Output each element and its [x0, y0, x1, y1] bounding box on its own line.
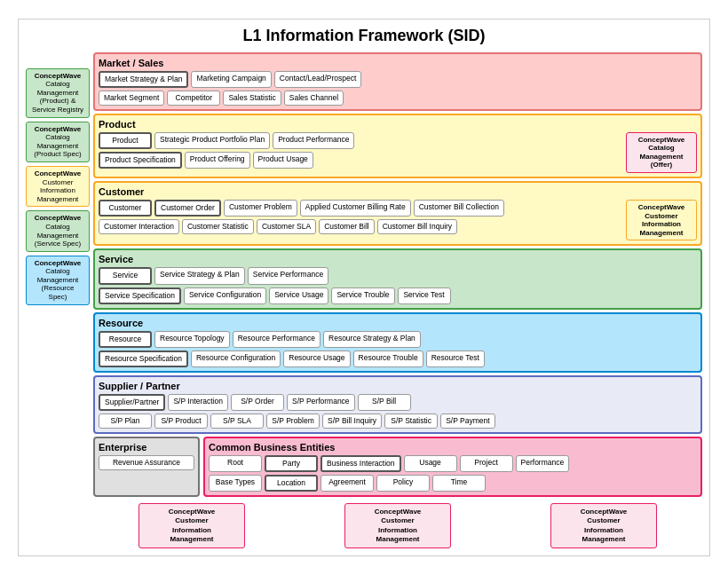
cell-bill-collection: Customer Bill Collection: [414, 200, 504, 217]
common-row-1: Root Party Business Interaction Usage Pr…: [209, 455, 697, 472]
cell-root: Root: [209, 455, 262, 472]
cw-product-offer: ConceptWaveCatalogManagement(Offer): [626, 132, 697, 173]
cell-service-performance: Service Performance: [248, 267, 328, 284]
left-label-1: ConceptWaveCatalogManagement(Product) &S…: [26, 68, 90, 118]
cell-applied-billing: Applied Customer Billing Rate: [300, 200, 411, 217]
cell-customer-problem: Customer Problem: [224, 200, 297, 217]
enterprise-section: Enterprise Revenue Assurance: [93, 437, 200, 497]
cell-base-types: Base Types: [209, 475, 262, 492]
service-row-2: Service Specification Service Configurat…: [99, 288, 697, 304]
cell-customer-order: Customer Order: [154, 200, 221, 217]
cell-service-usage: Service Usage: [269, 288, 328, 304]
cell-sp-sla: S/P SLA: [210, 414, 264, 429]
cell-market-segment: Market Segment: [99, 91, 164, 106]
customer-row-1: Customer Customer Order Customer Problem…: [99, 200, 622, 217]
cell-project: Project: [460, 455, 513, 472]
cell-service-spec: Service Specification: [99, 288, 181, 304]
cell-sp-interaction: S/P Interaction: [168, 394, 228, 411]
cell-product-usage: Product Usage: [253, 152, 313, 169]
cell-strategic-product: Strategic Product Portfolio Plan: [154, 132, 270, 149]
cell-marketing-campaign: Marketing Campaign: [191, 71, 271, 88]
cell-sales-statistic: Sales Statistic: [223, 91, 281, 106]
cell-product-offering: Product Offering: [185, 152, 250, 169]
resource-row-1: Resource Resource Topology Resource Perf…: [99, 331, 697, 348]
cw-customer-info: ConceptWaveCustomerInformationManagement: [626, 200, 697, 240]
cell-resource-spec: Resource Specification: [99, 351, 188, 367]
cell-market-strategy: Market Strategy & Plan: [99, 71, 188, 88]
cell-contact: Contact/Lead/Prospect: [274, 71, 361, 88]
resource-section: Resource Resource Resource Topology Reso…: [93, 312, 702, 373]
common-row-2: Base Types Location Agreement Policy Tim…: [209, 475, 697, 492]
cell-competitor: Competitor: [167, 91, 220, 106]
product-row-1: Product Strategic Product Portfolio Plan…: [99, 132, 622, 149]
bottom-cw-3: ConceptWaveCustomerInformationManagement: [550, 503, 657, 549]
cell-resource-usage: Resource Usage: [283, 351, 350, 367]
resource-row-2: Resource Specification Resource Configur…: [99, 351, 697, 367]
cell-resource: Resource: [99, 331, 152, 348]
cell-sp-statistic: S/P Statistic: [384, 414, 438, 429]
cell-resource-test: Resource Test: [426, 351, 485, 367]
cell-product: Product: [99, 132, 152, 149]
cell-usage: Usage: [404, 455, 457, 472]
product-row-2: Product Specification Product Offering P…: [99, 152, 622, 169]
cell-sp-product: S/P Product: [154, 414, 208, 429]
cell-customer-interaction: Customer Interaction: [99, 219, 179, 234]
cell-sp-bill-inquiry: S/P Bill Inquiry: [322, 414, 382, 429]
cell-sp-bill: S/P Bill: [358, 394, 411, 411]
cell-resource-performance: Resource Performance: [233, 331, 320, 348]
bottom-cw-2: ConceptWaveCustomerInformationManagement: [344, 503, 451, 549]
cell-sp-problem: S/P Problem: [266, 414, 320, 429]
cell-sales-channel: Sales Channel: [284, 91, 344, 106]
main-content: Market / Sales Market Strategy & Plan Ma…: [93, 52, 702, 549]
left-label-2: ConceptWaveCatalogManagement(Product Spe…: [26, 122, 90, 162]
service-row-1: Service Service Strategy & Plan Service …: [99, 267, 697, 284]
service-section: Service Service Service Strategy & Plan …: [93, 248, 702, 309]
cell-bill-inquiry: Customer Bill Inquiry: [377, 219, 457, 234]
bottom-row: Enterprise Revenue Assurance Common Busi…: [93, 437, 702, 497]
cell-sp-order: S/P Order: [231, 394, 284, 411]
supplier-section: Supplier / Partner Supplier/Partner S/P …: [93, 375, 702, 434]
cell-revenue-assurance: Revenue Assurance: [99, 455, 194, 470]
cell-service-config: Service Configuration: [184, 288, 266, 304]
customer-title: Customer: [99, 186, 697, 197]
common-section: Common Business Entities Root Party Busi…: [203, 437, 702, 497]
cell-product-performance: Product Performance: [273, 132, 354, 149]
cell-service-strategy: Service Strategy & Plan: [154, 267, 245, 284]
bottom-cw-1: ConceptWaveCustomerInformationManagement: [138, 503, 245, 549]
supplier-title: Supplier / Partner: [99, 381, 697, 391]
cell-sp-performance: S/P Performance: [287, 394, 355, 411]
market-row-2: Market Segment Competitor Sales Statisti…: [99, 91, 697, 106]
product-title: Product: [99, 119, 697, 130]
cell-sp-plan: S/P Plan: [99, 414, 152, 429]
cell-product-spec: Product Specification: [99, 152, 182, 169]
left-labels-column: ConceptWaveCatalogManagement(Product) &S…: [26, 52, 90, 549]
resource-title: Resource: [99, 318, 697, 328]
supplier-row-2: S/P Plan S/P Product S/P SLA S/P Problem…: [99, 414, 697, 429]
bottom-cw-labels: ConceptWaveCustomerInformationManagement…: [93, 503, 702, 549]
enterprise-title: Enterprise: [99, 442, 194, 453]
page-title: L1 Information Framework (SID): [26, 27, 702, 45]
market-title: Market / Sales: [99, 58, 697, 68]
cell-business-interaction: Business Interaction: [320, 455, 401, 472]
cell-customer: Customer: [99, 200, 152, 217]
customer-row-2: Customer Interaction Customer Statistic …: [99, 219, 622, 234]
market-section: Market / Sales Market Strategy & Plan Ma…: [93, 52, 702, 111]
cell-resource-config: Resource Configuration: [191, 351, 281, 367]
cell-location: Location: [265, 475, 318, 492]
cell-customer-statistic: Customer Statistic: [182, 219, 254, 234]
left-label-3: ConceptWaveCustomerInformationManagement: [26, 166, 90, 207]
left-label-4: ConceptWaveCatalogManagement(Service Spe…: [26, 210, 90, 251]
cell-resource-trouble: Resource Trouble: [353, 351, 423, 367]
cell-party: Party: [265, 455, 318, 472]
cell-service-test: Service Test: [398, 288, 451, 304]
common-title: Common Business Entities: [209, 442, 697, 453]
cell-resource-topology: Resource Topology: [154, 331, 230, 348]
market-row-1: Market Strategy & Plan Marketing Campaig…: [99, 71, 697, 88]
cell-performance: Performance: [516, 455, 570, 472]
cell-customer-bill: Customer Bill: [319, 219, 375, 234]
customer-section: Customer Customer Customer Order Custome…: [93, 181, 702, 246]
cell-resource-strategy: Resource Strategy & Plan: [323, 331, 421, 348]
left-label-5: ConceptWaveCatalogManagement(ResourceSpe…: [26, 256, 90, 305]
cell-sp-payment: S/P Payment: [440, 414, 495, 429]
cell-supplier: Supplier/Partner: [99, 394, 165, 411]
